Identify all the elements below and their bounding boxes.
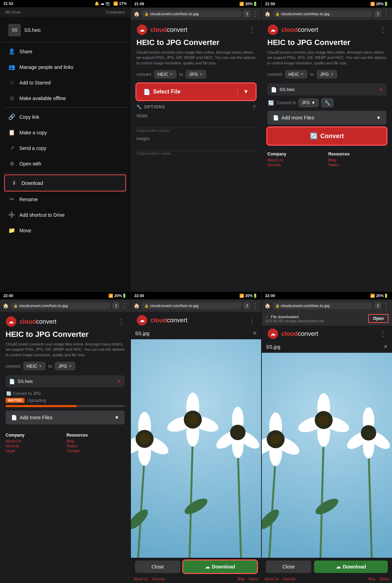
tab-count-2[interactable]: 3 — [244, 11, 250, 17]
menu-open-with[interactable]: ⊕ Open with — [3, 156, 127, 171]
file-item-4: 📄 SS.heic ✕ — [6, 375, 125, 387]
status-icons: 🔔 ☁ 📷 📶 17% — [95, 1, 127, 6]
add-more-files-btn-3[interactable]: 📄 Add more Files ▼ — [267, 111, 386, 125]
more-icon-6[interactable]: ⋮ — [383, 302, 389, 310]
more-icon-4[interactable]: ⋮ — [121, 302, 127, 310]
more-icon-3[interactable]: ⋮ — [383, 10, 389, 18]
offline-label: Make available offline — [19, 96, 66, 101]
cc-menu-icon-2[interactable]: ⋮ — [249, 26, 256, 34]
heic-format-btn-3[interactable]: HEIC ▼ — [285, 70, 308, 79]
lock-icon-3: 🔒 — [275, 12, 279, 16]
cc-logo-4: ☁ cloudconvert — [6, 316, 56, 327]
tab-count-5[interactable]: 3 — [244, 303, 250, 309]
options-help-icon[interactable]: ? — [253, 104, 256, 110]
footer-contact-4[interactable]: Contact — [66, 449, 125, 453]
open-button[interactable]: Open — [368, 314, 389, 323]
tab-count-6[interactable]: 3 — [375, 303, 381, 309]
svg-text:☁: ☁ — [140, 317, 144, 323]
url-bar-5[interactable]: 🔒 cloudconvert.com/heic-to-jpg — [142, 302, 242, 309]
wrench-button-3[interactable]: 🔧 — [321, 98, 333, 107]
cc-menu-icon-6[interactable]: ⋮ — [380, 330, 386, 338]
height-input[interactable] — [136, 143, 256, 151]
url-bar-6[interactable]: 🔒 cloudconvert.com/heic-to-jpg — [273, 302, 373, 309]
footer-blog-4[interactable]: Blog — [66, 439, 125, 443]
jpg-format-btn-3[interactable]: JPG ▼ — [317, 70, 337, 79]
footer-blog-5[interactable]: Blog — [238, 577, 244, 581]
heic-format-btn-4[interactable]: HEIC ▼ — [23, 362, 46, 370]
home-icon-4[interactable]: 🏠 — [3, 303, 9, 308]
menu-download[interactable]: ⬇ Download — [4, 174, 126, 191]
jpg-format-btn-2[interactable]: JPG ▼ — [186, 70, 206, 79]
tab-count-3[interactable]: 3 — [375, 11, 381, 17]
footer-blog-6[interactable]: Blog — [368, 577, 375, 581]
image-close-icon-6[interactable]: ✕ — [383, 343, 388, 350]
heic-format-btn-2[interactable]: HEIC ▼ — [154, 70, 177, 79]
footer-status-5[interactable]: Status — [249, 577, 258, 581]
home-icon[interactable]: 🏠 — [134, 11, 140, 17]
footer-about-6[interactable]: About Us — [265, 577, 279, 581]
more-icon-5[interactable]: ⋮ — [252, 302, 258, 310]
menu-add-shortcut[interactable]: ➕ Add shortcut to Drive — [3, 207, 127, 223]
menu-make-available-offline[interactable]: ⊙ Make available offline — [3, 90, 127, 106]
menu-manage-people[interactable]: 👥 Manage people and links — [3, 59, 127, 75]
footer-blog-3[interactable]: Blog — [328, 158, 386, 162]
menu-make-copy[interactable]: 📋 Make a copy — [3, 125, 127, 140]
footer-status-4[interactable]: Status — [66, 444, 125, 448]
footer-about-5[interactable]: About Us — [134, 577, 148, 581]
home-icon-3[interactable]: 🏠 — [265, 11, 270, 17]
jpg-format-btn-4[interactable]: JPG ▼ — [55, 362, 75, 370]
menu-send-copy[interactable]: ↗ Send a copy — [3, 140, 127, 156]
progress-fill-4 — [6, 405, 77, 407]
footer-about-3[interactable]: About Us — [267, 158, 326, 162]
width-label: Width — [136, 113, 256, 118]
footer-security-3[interactable]: Security — [267, 163, 326, 167]
home-icon-6[interactable]: 🏠 — [265, 303, 270, 308]
cc-menu-icon-5[interactable]: ⋮ — [249, 316, 256, 324]
close-button-5[interactable]: Close — [135, 560, 180, 573]
download-check-icon: ✓ — [265, 314, 269, 319]
cell-image-viewer-notif: 22:00 📶 20%🔋 🏠 🔒 cloudconvert.com/heic-t… — [262, 292, 392, 583]
url-bar-4[interactable]: 🔒 cloudconvert.com/heic-to-jpg — [11, 302, 111, 309]
url-bar-2[interactable]: 🔒 cloudconvert.com/heic-to-jpg — [142, 10, 242, 17]
width-input[interactable] — [136, 120, 256, 128]
footer-status-6[interactable]: Status — [380, 577, 389, 581]
cc-logo-icon-3: ☁ — [267, 24, 278, 35]
cc-title-2: HEIC to JPG Converter — [136, 38, 256, 47]
menu-add-starred[interactable]: ☆ Add to Starred — [3, 75, 127, 90]
menu-move[interactable]: 📁 Move — [3, 223, 127, 238]
file-close-3[interactable]: ✕ — [378, 86, 383, 93]
footer-legal-4[interactable]: Legal — [6, 449, 64, 453]
footer-security-6[interactable]: Security — [283, 577, 295, 581]
menu-share[interactable]: 👤 Share — [3, 44, 127, 59]
url-bar-3[interactable]: 🔒 cloudconvert.com/heic-to-jpg — [273, 10, 373, 17]
menu-copy-link[interactable]: 🔗 Copy link — [3, 109, 127, 125]
footer-security-4[interactable]: Security — [6, 444, 64, 448]
download-button-5[interactable]: ☁ Download — [183, 560, 257, 573]
convert-label-2: convert — [136, 72, 151, 77]
cc-menu-icon-3[interactable]: ⋮ — [380, 26, 386, 34]
menu-rename[interactable]: ✏ Rename — [3, 191, 127, 207]
file-icon-4: 📄 — [9, 379, 15, 384]
add-more-icon-3: 📄 — [273, 115, 279, 120]
select-file-button[interactable]: 📄 Select File ▼ — [136, 83, 256, 100]
footer-about-4[interactable]: About Us — [6, 439, 64, 443]
footer-security-5[interactable]: Security — [152, 577, 164, 581]
add-more-files-btn-4[interactable]: 📄 Add more Files ▼ — [6, 411, 125, 424]
link-icon: 🔗 — [8, 114, 15, 120]
home-icon-5[interactable]: 🏠 — [134, 303, 140, 308]
cc-menu-icon-4[interactable]: ⋮ — [118, 317, 125, 326]
convert-button-3[interactable]: 🔄 Convert — [267, 127, 386, 145]
browser-bar-4: 🏠 🔒 cloudconvert.com/heic-to-jpg 3 ⋮ — [0, 299, 130, 312]
image-close-icon-5[interactable]: ✕ — [252, 330, 257, 337]
close-button-6[interactable]: Close — [266, 560, 311, 573]
more-icon-2[interactable]: ⋮ — [252, 10, 258, 18]
file-close-4[interactable]: ✕ — [117, 378, 121, 385]
cc-desc-4: CloudConvert converts your image files o… — [6, 342, 125, 358]
to-label-4: to — [48, 364, 52, 369]
download-button-6[interactable]: ☁ Download — [314, 560, 388, 573]
share-label: Share — [19, 49, 32, 54]
tab-count-4[interactable]: 3 — [113, 303, 119, 309]
file-thumb: SS — [8, 24, 21, 36]
convert-to-select-3[interactable]: JPG ▼ — [299, 99, 318, 107]
footer-status-3[interactable]: Status — [328, 163, 386, 167]
